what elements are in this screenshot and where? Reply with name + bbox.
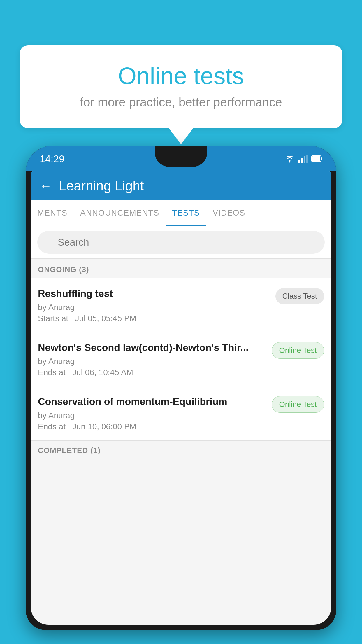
- test-item-1[interactable]: Reshuffling test by Anurag Starts at Jul…: [31, 278, 331, 332]
- speech-bubble: Online tests for more practice, better p…: [20, 45, 342, 128]
- phone-container: 14:29: [26, 146, 336, 644]
- svg-point-1: [289, 161, 291, 163]
- test-date-2: Ends at Jul 06, 10:45 AM: [38, 368, 266, 377]
- svg-rect-5: [306, 155, 308, 163]
- test-item-2[interactable]: Newton's Second law(contd)-Newton's Thir…: [31, 332, 331, 386]
- svg-rect-8: [312, 156, 320, 161]
- svg-rect-4: [304, 156, 305, 163]
- svg-rect-2: [298, 160, 300, 163]
- search-input[interactable]: [37, 231, 325, 254]
- test-author-2: by Anurag: [38, 357, 266, 366]
- test-badge-3: Online Test: [272, 396, 324, 413]
- test-name-3: Conservation of momentum-Equilibrium: [38, 395, 266, 408]
- test-name-1: Reshuffling test: [38, 287, 270, 300]
- test-date-value-1: Jul 05, 05:45 PM: [75, 314, 136, 323]
- search-container: 🔍: [31, 226, 331, 259]
- test-author-3: by Anurag: [38, 411, 266, 420]
- phone-screen: ← Learning Light MENTS ANNOUNCEMENTS TES…: [31, 172, 331, 625]
- speech-bubble-subtitle: for more practice, better performance: [43, 95, 319, 109]
- phone-frame: 14:29: [26, 146, 336, 630]
- test-info-1: Reshuffling test by Anurag Starts at Jul…: [38, 287, 270, 323]
- test-date-value-2: Jul 06, 10:45 AM: [72, 368, 133, 377]
- test-list: Reshuffling test by Anurag Starts at Jul…: [31, 278, 331, 440]
- test-badge-1: Class Test: [275, 288, 324, 304]
- svg-rect-3: [301, 158, 303, 163]
- tab-videos[interactable]: VIDEOS: [206, 200, 252, 226]
- wifi-icon: [284, 155, 295, 163]
- status-time: 14:29: [40, 153, 64, 164]
- test-info-3: Conservation of momentum-Equilibrium by …: [38, 395, 266, 431]
- back-button[interactable]: ←: [40, 179, 52, 193]
- test-date-3: Ends at Jun 10, 06:00 PM: [38, 422, 266, 431]
- test-date-value-3: Jun 10, 06:00 PM: [72, 422, 136, 431]
- svg-rect-7: [321, 158, 322, 160]
- test-date-label-3: Ends at: [38, 422, 66, 431]
- test-author-1: by Anurag: [38, 303, 270, 312]
- test-name-2: Newton's Second law(contd)-Newton's Thir…: [38, 341, 266, 354]
- speech-bubble-title: Online tests: [43, 63, 319, 89]
- test-date-1: Starts at Jul 05, 05:45 PM: [38, 314, 270, 323]
- phone-notch: [155, 146, 207, 167]
- tab-announcements[interactable]: ANNOUNCEMENTS: [74, 200, 166, 226]
- ongoing-section-header: ONGOING (3): [31, 259, 331, 278]
- search-wrapper: 🔍: [37, 231, 325, 254]
- completed-section-header: COMPLETED (1): [31, 440, 331, 459]
- tab-ments[interactable]: MENTS: [31, 200, 74, 226]
- test-info-2: Newton's Second law(contd)-Newton's Thir…: [38, 341, 266, 377]
- test-date-label-1: Starts at: [38, 314, 68, 323]
- battery-icon: [311, 155, 322, 162]
- app-header: ← Learning Light: [31, 172, 331, 200]
- tab-tests[interactable]: TESTS: [166, 200, 206, 226]
- test-badge-2: Online Test: [272, 342, 324, 359]
- test-item-3[interactable]: Conservation of momentum-Equilibrium by …: [31, 386, 331, 440]
- speech-bubble-container: Online tests for more practice, better p…: [20, 45, 342, 128]
- status-icons: [284, 155, 322, 163]
- signal-icon: [298, 155, 308, 163]
- tabs-bar: MENTS ANNOUNCEMENTS TESTS VIDEOS: [31, 200, 331, 226]
- app-title: Learning Light: [59, 178, 144, 194]
- test-date-label-2: Ends at: [38, 368, 66, 377]
